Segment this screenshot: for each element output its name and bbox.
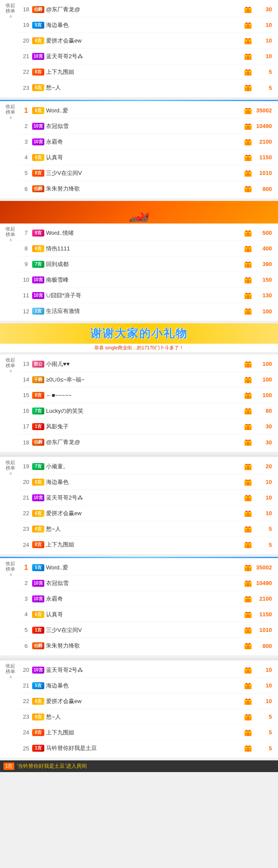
gift-icon: [244, 391, 252, 399]
gift-icon: [244, 626, 252, 634]
rank-number: 7: [20, 230, 32, 236]
score-value: 500: [254, 230, 272, 236]
user-badge: 8宫: [32, 392, 44, 399]
gift-icon: [244, 564, 252, 572]
collapse-button[interactable]: 收起榜单∧: [3, 560, 18, 577]
table-row: 46宫认真哥 1150: [18, 150, 275, 165]
table-row: 86宫情伤1111 400: [18, 241, 275, 256]
score-value: 2100: [254, 138, 272, 145]
gift-icon: [244, 729, 252, 736]
rank-number: 23: [20, 85, 32, 91]
gift-icon: [244, 360, 252, 368]
score-value: 130: [254, 292, 272, 299]
user-name: 衣冠似雪: [46, 122, 244, 130]
gift-icon: [244, 292, 252, 299]
collapse-arrow: ∧: [3, 368, 18, 374]
score-area: 1150: [244, 611, 272, 618]
collapse-button[interactable]: 收起榜单∧: [3, 225, 18, 243]
gift-icon: [244, 37, 252, 45]
gift-icon: [244, 169, 252, 177]
user-badge: 10宫: [32, 494, 44, 501]
rank-number: 25: [20, 745, 32, 752]
table-row: 226宫爱拼才会赢ew 10: [18, 694, 275, 709]
score-area: 1010: [244, 626, 272, 634]
rank-number: 10: [20, 276, 32, 283]
user-badge: 1宫: [32, 423, 44, 430]
user-name: ←■~~~~~: [46, 392, 244, 398]
table-row: 18伯爵@东厂青龙@ 30: [18, 434, 275, 450]
rank-list: 2010宫蓝天哥哥2号⁂ 10215宫海边暴色 10226宫爱拼才会赢ew 10…: [18, 662, 275, 756]
section-header: 收起榜单∧15宫Word..爱 35002210宫衣冠似雪 10490310宫永…: [0, 558, 278, 655]
score-value: 1010: [254, 627, 272, 633]
user-badge: 伯爵: [32, 439, 44, 446]
score-area: 5: [244, 541, 272, 549]
gift-icon: [244, 185, 252, 193]
collapse-button[interactable]: 收起榜单∧: [3, 356, 18, 374]
table-row: 226宫爱拼才会赢ew 10: [18, 506, 275, 521]
table-row: 6伯爵朱朱努力绛歌 800: [18, 181, 275, 197]
score-value: 10490: [254, 580, 272, 586]
svg-rect-122: [248, 731, 248, 736]
user-name: 三少V在尘间V: [46, 169, 244, 177]
user-badge: 8宫: [32, 69, 44, 76]
user-badge: 6宫: [32, 713, 44, 720]
svg-rect-17: [248, 86, 248, 91]
score-value: 2100: [254, 595, 272, 602]
svg-rect-77: [248, 480, 248, 486]
score-value: 30: [254, 6, 272, 13]
gift-icon: [244, 579, 252, 587]
user-badge: 6宫: [32, 37, 44, 44]
svg-rect-98: [248, 597, 248, 602]
rank-number: 21: [20, 53, 32, 59]
user-name: @东厂青龙@: [46, 6, 244, 13]
user-badge: 7宫: [32, 408, 44, 414]
svg-rect-53: [248, 309, 248, 315]
gift-icon: [244, 376, 252, 384]
score-area: 35002: [244, 564, 272, 572]
svg-rect-104: [248, 628, 248, 634]
svg-rect-59: [248, 378, 248, 383]
bottom-text: '当钤替你好我是土豆'进入房间: [17, 763, 87, 770]
gift-icon: [244, 744, 252, 752]
score-area: 30: [244, 438, 272, 446]
user-name: 蓝天哥哥2号⁂: [46, 666, 244, 674]
table-row: 210宫衣冠似雪 10490: [18, 575, 275, 591]
table-row: 210宫衣冠似雪 10490: [18, 118, 275, 134]
collapse-button[interactable]: 收起榜单∧: [3, 103, 18, 120]
svg-rect-110: [248, 668, 248, 674]
collapse-arrow: ∧: [3, 115, 18, 120]
score-area: 10: [244, 21, 272, 29]
score-value: 30: [254, 423, 272, 430]
gift-icon: [244, 276, 252, 284]
score-area: 800: [244, 642, 272, 650]
score-value: 100: [254, 392, 272, 398]
score-area: 10: [244, 37, 272, 45]
score-area: 100: [244, 360, 272, 368]
thanks-banner: 谢谢大家的小礼物: [0, 323, 278, 344]
rank-number: 8: [20, 245, 32, 252]
user-badge: 10宫: [32, 123, 44, 130]
table-row: 122宫生活应有激情 100: [18, 303, 275, 319]
collapse-button[interactable]: 收起榜单∧: [3, 459, 18, 476]
rank-number: 15: [20, 392, 32, 398]
table-row: 18伯爵@东厂青龙@ 30: [18, 2, 275, 17]
rank-number: 1: [20, 107, 32, 115]
table-row: 248宫上下九围姐 5: [18, 725, 275, 740]
rank-number: 5: [20, 627, 32, 633]
svg-rect-62: [248, 394, 248, 399]
table-row: 236宫愁~人 5: [18, 80, 275, 95]
score-value: 5: [254, 69, 272, 75]
collapse-button[interactable]: 收起榜单∧: [3, 662, 18, 680]
score-value: 400: [254, 245, 272, 252]
gift-icon: [244, 423, 252, 431]
bottom-badge: 1宫: [3, 763, 14, 770]
score-area: 100: [244, 307, 272, 315]
score-area: 130: [244, 292, 272, 299]
table-row: 51宫三少V在尘间V 1010: [18, 622, 275, 638]
table-row: 15宫Word..爱 35002: [18, 560, 275, 575]
collapse-button[interactable]: 收起榜单∧: [3, 2, 18, 19]
rank-list: 197宫小顽童。 20206宫海边暴色 102110宫蓝天哥哥2号⁂ 10226…: [18, 459, 275, 552]
score-area: 80: [244, 407, 272, 415]
collapse-label: 收起榜单: [3, 3, 18, 14]
score-area: 35002: [244, 107, 272, 115]
